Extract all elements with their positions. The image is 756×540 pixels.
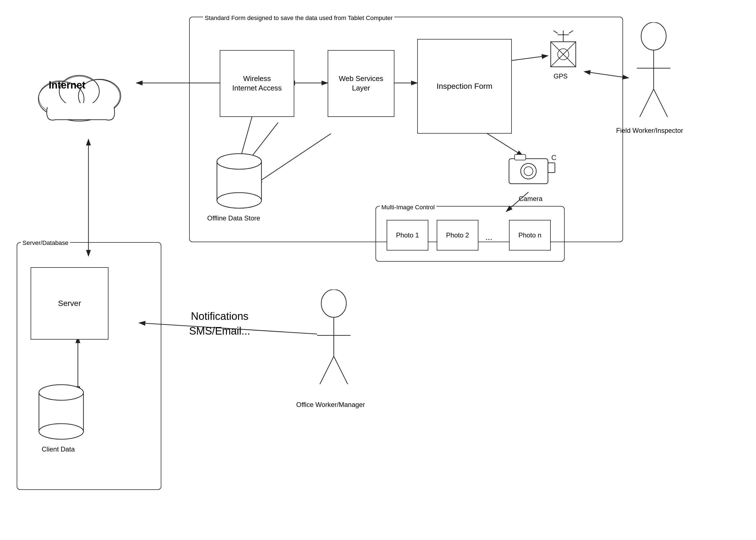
svg-point-42 bbox=[217, 154, 262, 169]
server-caption: Server/Database bbox=[21, 239, 70, 247]
svg-point-43 bbox=[217, 193, 262, 208]
camera-icon: C bbox=[506, 150, 556, 189]
svg-line-56 bbox=[334, 356, 348, 384]
svg-line-29 bbox=[554, 31, 558, 33]
svg-point-44 bbox=[641, 22, 666, 50]
fieldworker-figure bbox=[626, 22, 682, 128]
tablet-caption: Standard Form designed to save the data … bbox=[203, 15, 394, 22]
officeworker-figure bbox=[306, 290, 362, 395]
svg-rect-39 bbox=[548, 163, 555, 173]
svg-rect-38 bbox=[514, 155, 526, 160]
svg-point-51 bbox=[39, 424, 83, 439]
internet-label: Internet bbox=[49, 79, 85, 91]
photon-box: Photo n bbox=[509, 220, 551, 250]
offline-datastore-icon bbox=[211, 148, 267, 209]
inspectionform-box: Inspection Form bbox=[417, 39, 512, 134]
photo1-box: Photo 1 bbox=[386, 220, 428, 250]
diagram-container: Internet Standard Form designed to save … bbox=[0, 0, 756, 540]
photo2-box: Photo 2 bbox=[437, 220, 479, 250]
webservices-box: Web Services Layer bbox=[328, 50, 394, 117]
svg-point-52 bbox=[321, 290, 346, 317]
svg-rect-35 bbox=[509, 159, 548, 184]
ellipsis-label: ... bbox=[486, 232, 492, 242]
gps-icon bbox=[542, 28, 584, 78]
multiimage-caption: Multi-Image Control bbox=[380, 204, 436, 211]
server-box: Server bbox=[31, 267, 108, 339]
svg-text:C: C bbox=[551, 153, 556, 162]
svg-line-47 bbox=[640, 89, 654, 117]
gps-label: GPS bbox=[554, 72, 568, 80]
clientdata-icon bbox=[33, 378, 89, 440]
camera-label: Camera bbox=[519, 195, 542, 202]
fieldworker-label: Field Worker/Inspector bbox=[616, 127, 683, 134]
notifications-label: Notifications SMS/Email... bbox=[189, 309, 250, 338]
svg-line-48 bbox=[654, 89, 668, 117]
svg-line-55 bbox=[320, 356, 334, 384]
svg-point-50 bbox=[39, 385, 83, 400]
wireless-box: Wireless Internet Access bbox=[220, 50, 294, 117]
svg-line-30 bbox=[569, 31, 573, 33]
offline-label: Offline Data Store bbox=[207, 214, 260, 222]
clientdata-label: Client Data bbox=[42, 445, 75, 453]
officeworker-label: Office Worker/Manager bbox=[296, 401, 365, 409]
